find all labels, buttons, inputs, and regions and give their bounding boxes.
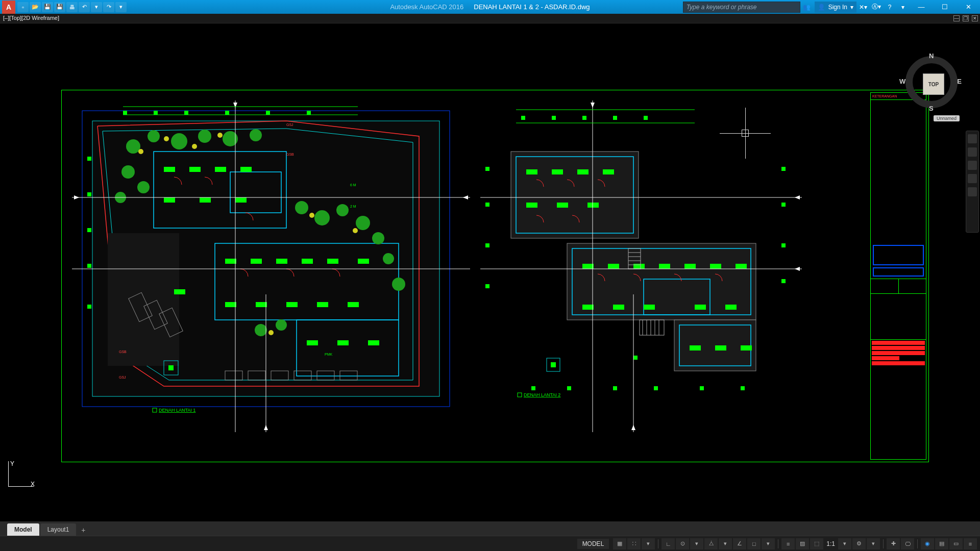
svg-point-51 <box>336 204 349 216</box>
sign-in-button[interactable]: 👤 Sign In ▾ <box>815 2 856 13</box>
nav-pan-icon[interactable] <box>968 147 977 157</box>
view-cube-east[interactable]: E <box>957 78 962 85</box>
workspace-icon[interactable]: ✚ <box>887 538 900 549</box>
svg-rect-115 <box>552 169 563 174</box>
grid-icon[interactable]: ▦ <box>613 538 626 549</box>
isodraft-dd-icon[interactable]: ▾ <box>719 538 732 549</box>
qat-saveas-icon[interactable]: 💾 <box>54 2 65 12</box>
svg-point-50 <box>314 210 330 226</box>
search-token-icon[interactable]: 👥 <box>800 2 814 13</box>
hardware-accel-icon[interactable]: ◉ <box>921 538 934 549</box>
svg-text:GSB: GSB <box>119 350 127 354</box>
osnap-icon[interactable]: ∠ <box>733 538 746 549</box>
tab-layout1[interactable]: Layout1 <box>40 523 77 536</box>
svg-rect-39 <box>174 289 185 294</box>
svg-rect-102 <box>552 116 556 120</box>
nav-orbit-icon[interactable] <box>968 174 977 183</box>
maximize-button[interactable]: ☐ <box>933 0 957 14</box>
svg-rect-28 <box>302 259 313 264</box>
svg-rect-27 <box>276 259 287 264</box>
qat-chevron-down-icon[interactable]: ▾ <box>115 2 127 12</box>
monitor-icon[interactable]: 🖵 <box>901 538 914 549</box>
help-icon[interactable]: ? <box>883 2 896 13</box>
exchange-icon[interactable]: ✕▾ <box>856 2 870 13</box>
cycling-icon[interactable]: ⬚ <box>810 538 823 549</box>
view-cube[interactable]: TOP N S E W <box>903 54 960 110</box>
nav-wheel-icon[interactable] <box>968 134 977 143</box>
view-cube-west[interactable]: W <box>899 78 905 85</box>
view-cube-face[interactable]: TOP <box>923 73 944 95</box>
svg-marker-161 <box>795 267 800 271</box>
snap-icon[interactable]: ⸬ <box>627 538 641 549</box>
title-block-row <box>872 351 925 355</box>
polar-icon[interactable]: ⊙ <box>676 538 689 549</box>
window-title: Autodesk AutoCAD 2016 DENAH LANTAI 1 & 2… <box>390 3 590 11</box>
qat-new-icon[interactable]: ▫ <box>17 2 29 12</box>
plan1-title: DENAH LANTAI 1 <box>159 408 195 413</box>
close-button[interactable]: ✕ <box>957 0 980 14</box>
status-space[interactable]: MODEL <box>577 539 609 549</box>
svg-rect-16 <box>87 264 91 268</box>
help-dropdown-icon[interactable]: ▾ <box>896 2 910 13</box>
cleanscreen-icon[interactable]: ▭ <box>949 538 963 549</box>
annotation-scale[interactable]: 1:1 <box>824 540 837 547</box>
doc-minimize-icon[interactable]: — <box>953 15 960 21</box>
app-logo[interactable]: A <box>2 1 15 14</box>
qat-save-icon[interactable]: 💾 <box>42 2 53 12</box>
svg-rect-23 <box>200 197 211 203</box>
isodraft-icon[interactable]: ⧊ <box>704 538 718 549</box>
ucs-name-badge[interactable]: Unnamed <box>934 115 960 121</box>
title-block-row <box>872 341 925 345</box>
osnap-dd-icon[interactable]: ▾ <box>762 538 775 549</box>
gear-icon[interactable]: ⚙ <box>852 538 866 549</box>
qat-plot-icon[interactable]: 🖶 <box>66 2 78 12</box>
svg-marker-83 <box>264 425 268 430</box>
svg-rect-109 <box>485 284 489 288</box>
gear-dd-icon[interactable]: ▾ <box>867 538 880 549</box>
svg-rect-110 <box>781 167 786 171</box>
lineweight-icon[interactable]: ≡ <box>781 538 795 549</box>
svg-point-40 <box>126 139 140 154</box>
svg-rect-130 <box>644 305 655 310</box>
add-layout-button[interactable]: + <box>77 524 89 536</box>
nav-zoom-icon[interactable] <box>968 161 977 170</box>
svg-rect-30 <box>358 259 369 264</box>
svg-text:GSB: GSB <box>286 153 294 156</box>
ucs-y-label: Y <box>10 460 14 467</box>
osnap-track-icon[interactable]: □ <box>747 538 761 549</box>
svg-rect-140 <box>700 386 704 390</box>
qat-chevron-down-icon[interactable]: ▾ <box>91 2 102 12</box>
isolate-icon[interactable]: ▤ <box>935 538 948 549</box>
search-input[interactable]: Type a keyword or phrase <box>683 2 800 13</box>
tab-model[interactable]: Model <box>7 523 39 536</box>
svg-rect-134 <box>715 345 726 350</box>
svg-rect-111 <box>781 203 786 207</box>
svg-point-53 <box>372 232 384 244</box>
qat-open-icon[interactable]: 📂 <box>30 2 41 12</box>
snap-dropdown-icon[interactable]: ▾ <box>642 538 655 549</box>
svg-rect-18 <box>164 167 175 172</box>
viewport-label[interactable]: [–][Top][2D Wireframe] <box>3 15 59 21</box>
polar-dropdown-icon[interactable]: ▾ <box>690 538 703 549</box>
svg-rect-135 <box>741 345 752 350</box>
drawing-canvas[interactable]: KETERANGAN <box>0 23 980 521</box>
scale-dd-icon[interactable]: ▾ <box>838 538 851 549</box>
app-store-icon[interactable]: Ⓐ▾ <box>870 2 883 13</box>
view-cube-south[interactable]: S <box>929 105 934 112</box>
customize-icon[interactable]: ≡ <box>964 538 977 549</box>
ortho-icon[interactable]: ∟ <box>662 538 675 549</box>
qat-redo-icon[interactable]: ↷ <box>103 2 114 12</box>
title-block: KETERANGAN <box>870 92 926 460</box>
minimize-button[interactable]: — <box>910 0 933 14</box>
doc-restore-icon[interactable]: ❐ <box>963 15 969 21</box>
transparency-icon[interactable]: ▨ <box>796 538 809 549</box>
title-block-row <box>872 361 925 365</box>
layout-tabs: Model Layout1 + <box>0 521 980 536</box>
nav-showmotion-icon[interactable] <box>968 187 977 196</box>
qat-undo-icon[interactable]: ↶ <box>79 2 90 12</box>
title-block-box <box>873 267 924 277</box>
doc-close-icon[interactable]: ✕ <box>972 15 978 21</box>
view-cube-north[interactable]: N <box>929 52 934 60</box>
svg-rect-12 <box>307 111 311 115</box>
svg-text:GSJ: GSJ <box>286 123 293 127</box>
